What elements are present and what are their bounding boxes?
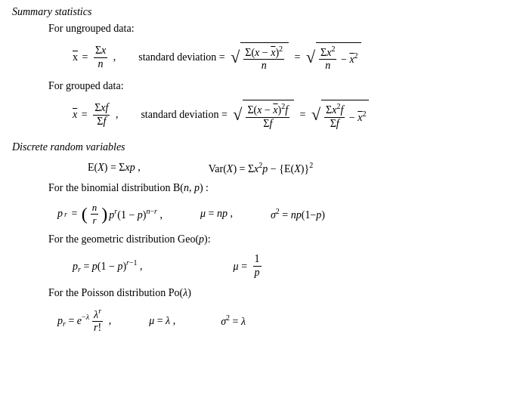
variance: Var(X) = Σx2p − {E(X)}2 [209, 161, 313, 175]
geometric-formulas: pr = p(1 − p)r−1 , μ = 1 p [73, 253, 505, 279]
poisson-label: For the Poisson distribution Po(λ) [48, 287, 505, 299]
geometric-pr: pr = p(1 − p)r−1 , [73, 258, 143, 273]
grouped-label: For grouped data: [48, 80, 505, 92]
grouped-sd: standard deviation = √ Σ(x − x)2f Σf = √… [141, 100, 369, 130]
ungrouped-label: For ungrouped data: [48, 23, 505, 35]
expected-value: E(X) = Σxp , [88, 162, 141, 174]
poisson-sigma2: σ2 = λ [221, 313, 246, 328]
poisson-mu: μ = λ , [149, 315, 175, 327]
grouped-mean: x = Σxf Σf , [73, 102, 118, 128]
poisson-formulas: pr = e−λ λr r! , μ = λ , σ2 = λ [57, 307, 505, 335]
ungrouped-formulas: x = Σx n , standard deviation = √ Σ(x − … [73, 42, 505, 73]
binomial-label: For the binomial distribution B(n, p) : [48, 182, 505, 194]
section-title-discrete: Discrete random variables [12, 141, 505, 153]
geometric-mu: μ = 1 p [234, 253, 263, 279]
ungrouped-sd: standard deviation = √ Σ(x − x)2 n = √ Σ… [138, 42, 361, 73]
binomial-formulas: pr = ( n r ) pr(1 − p)n−r , μ = np , σ2 … [57, 202, 505, 226]
geometric-label: For the geometric distribution Geo(p): [48, 233, 505, 246]
poisson-pr: pr = e−λ λr r! , [57, 307, 111, 335]
section-title-summary: Summary statistics [12, 6, 505, 18]
page-container: Summary statistics For ungrouped data: x… [12, 6, 505, 335]
binomial-sigma2: σ2 = np(1−p) [271, 207, 325, 221]
ungrouped-mean: x = Σx n , [73, 45, 116, 71]
binomial-pr: pr = ( n r ) pr(1 − p)n−r , [57, 202, 163, 226]
binomial-mu: μ = np , [200, 208, 233, 220]
grouped-formulas: x = Σxf Σf , standard deviation = √ Σ(x … [73, 100, 505, 130]
ev-var-formulas: E(X) = Σxp , Var(X) = Σx2p − {E(X)}2 [88, 161, 505, 175]
